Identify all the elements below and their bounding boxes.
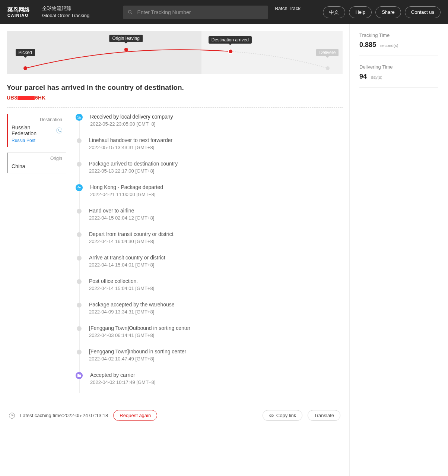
tracking-time-number: 0.885 bbox=[359, 41, 376, 48]
destination-tag: Destination bbox=[12, 117, 62, 122]
timeline-content: [Fenggang Town]Inbound in sorting center… bbox=[89, 349, 343, 362]
timeline-item: Hand over to airline2022-04-15 02:04:12 … bbox=[77, 208, 343, 231]
timeline-time: 2022-04-02 10:47:49 [GMT+8] bbox=[89, 356, 343, 362]
translate-button[interactable]: Translate bbox=[308, 410, 340, 421]
progress-curve bbox=[7, 31, 343, 74]
timeline-content: Package arrived to destination country20… bbox=[89, 161, 343, 174]
svg-point-3 bbox=[326, 66, 330, 70]
timeline-item: Package accepted by the warehouse2022-04… bbox=[77, 302, 343, 325]
plane-takeoff-icon bbox=[76, 184, 83, 191]
divider bbox=[7, 107, 343, 108]
timeline-title: Package arrived to destination country bbox=[89, 161, 343, 167]
clock-icon bbox=[9, 413, 15, 419]
subtitle-en: Global Order Tracking bbox=[42, 12, 89, 19]
timeline-item: Accepted by carrier2022-04-02 10:17:49 [… bbox=[77, 372, 343, 395]
timeline-content: [Fenggang Town]Outbound in sorting cente… bbox=[89, 325, 343, 338]
origin-country: China bbox=[12, 163, 62, 169]
timeline-dot-icon bbox=[77, 162, 82, 167]
header: 菜鸟网络 CAINIAO 全球物流跟踪 Global Order Trackin… bbox=[0, 0, 448, 24]
logo-divider bbox=[36, 6, 36, 18]
timeline-time: 2022-04-02 10:17:49 [GMT+8] bbox=[90, 379, 343, 385]
timeline-dot-icon bbox=[77, 350, 82, 354]
timeline-title: Accepted by carrier bbox=[90, 372, 343, 378]
request-again-button[interactable]: Request again bbox=[113, 410, 157, 421]
timeline: Received by local delivery company2022-0… bbox=[77, 114, 343, 395]
body-row: Destination Russian Federation Russia Po… bbox=[7, 114, 343, 395]
header-buttons: 中文 Help Share Contact us bbox=[323, 6, 441, 18]
timeline-title: [Fenggang Town]Inbound in sorting center bbox=[89, 349, 343, 354]
destination-country-text: Russian Federation bbox=[12, 124, 56, 136]
search-wrap: Batch Track bbox=[95, 6, 317, 19]
contact-button[interactable]: Contact us bbox=[405, 6, 441, 18]
timeline-item: Hong Kong - Package departed2022-04-21 1… bbox=[77, 184, 343, 208]
timeline-title: Package accepted by the warehouse bbox=[89, 302, 343, 308]
stage-delivered: Delivere bbox=[316, 49, 339, 56]
stage-destination-arrived: Destination arrived bbox=[209, 36, 252, 44]
origin-card: Origin China bbox=[7, 152, 66, 173]
phone-icon[interactable] bbox=[56, 127, 62, 133]
tracking-redacted bbox=[18, 96, 35, 100]
timeline-time: 2022-04-14 15:04:01 [GMT+8] bbox=[89, 262, 343, 268]
timeline-title: Arrive at transit country or district bbox=[89, 255, 343, 261]
timeline-content: Received by local delivery company2022-0… bbox=[90, 114, 343, 127]
logo[interactable]: 菜鸟网络 CAINIAO bbox=[7, 7, 30, 18]
tracking-time-unit: second(s) bbox=[380, 43, 398, 48]
timeline-dot-icon bbox=[77, 303, 82, 308]
destination-carrier-link[interactable]: Russia Post bbox=[12, 138, 62, 143]
timeline-content: Package accepted by the warehouse2022-04… bbox=[89, 302, 343, 315]
logo-cn: 菜鸟网络 bbox=[7, 7, 30, 13]
header-subtitle: 全球物流跟踪 Global Order Tracking bbox=[42, 5, 89, 19]
timeline-time: 2022-04-15 02:04:12 [GMT+8] bbox=[89, 215, 343, 221]
timeline-time: 2022-04-09 13:34:31 [GMT+8] bbox=[89, 309, 343, 315]
lang-button[interactable]: 中文 bbox=[323, 6, 345, 18]
timeline-item: Package arrived to destination country20… bbox=[77, 161, 343, 184]
cache-text: Latest caching time:2022-05-24 07:13:18 bbox=[20, 413, 108, 418]
delivering-time-number: 94 bbox=[359, 73, 367, 80]
timeline-title: Depart from transit country or district bbox=[89, 231, 343, 237]
tracking-suffix: 6HK bbox=[35, 95, 45, 101]
share-button[interactable]: Share bbox=[375, 6, 401, 18]
copy-link-label: Copy link bbox=[276, 413, 296, 418]
timeline-content: Post office collection.2022-04-14 15:04:… bbox=[89, 278, 343, 291]
progress-area: Picked Origin leaving Destination arrive… bbox=[7, 31, 343, 74]
status-heading: Your parcel has arrived in the country o… bbox=[7, 83, 343, 92]
timeline-item: Linehaul handover to next forwarder2022-… bbox=[77, 137, 343, 161]
timeline-content: Depart from transit country or district2… bbox=[89, 231, 343, 244]
timeline-item: Received by local delivery company2022-0… bbox=[77, 114, 343, 137]
copy-link-button[interactable]: Copy link bbox=[263, 410, 302, 421]
sidebar-right: Tracking Time 0.885 second(s) Delivering… bbox=[349, 24, 448, 476]
svg-point-2 bbox=[228, 49, 233, 54]
subtitle-cn: 全球物流跟踪 bbox=[42, 5, 89, 12]
search-icon bbox=[127, 9, 133, 15]
timeline-title: [Fenggang Town]Outbound in sorting cente… bbox=[89, 325, 343, 331]
tracking-time-label: Tracking Time bbox=[359, 32, 438, 38]
cards-column: Destination Russian Federation Russia Po… bbox=[7, 114, 66, 395]
timeline-item: Arrive at transit country or district202… bbox=[77, 255, 343, 278]
search-input[interactable] bbox=[137, 9, 264, 15]
batch-track-link[interactable]: Batch Track bbox=[275, 6, 301, 19]
timeline-item: Depart from transit country or district2… bbox=[77, 231, 343, 255]
timeline-title: Hand over to airline bbox=[89, 208, 343, 214]
origin-tag: Origin bbox=[12, 156, 62, 161]
main-column: Picked Origin leaving Destination arrive… bbox=[0, 24, 349, 476]
svg-point-1 bbox=[124, 48, 128, 51]
delivering-time-unit: day(s) bbox=[371, 75, 382, 79]
box-icon bbox=[76, 372, 83, 379]
timeline-content: Arrive at transit country or district202… bbox=[89, 255, 343, 268]
timeline-time: 2022-05-22 23:05:00 [GMT+8] bbox=[90, 121, 343, 127]
logo-block: 菜鸟网络 CAINIAO 全球物流跟踪 Global Order Trackin… bbox=[7, 5, 89, 19]
timeline-dot-icon bbox=[77, 326, 82, 331]
timeline-item: [Fenggang Town]Outbound in sorting cente… bbox=[77, 325, 343, 349]
timeline-item: Post office collection.2022-04-14 15:04:… bbox=[77, 278, 343, 302]
tracking-number: UB86HK bbox=[7, 95, 343, 101]
footer-bar: Latest caching time:2022-05-24 07:13:18 … bbox=[0, 403, 349, 428]
page-body: Picked Origin leaving Destination arrive… bbox=[0, 24, 448, 476]
timeline-time: 2022-05-13 22:17:00 [GMT+8] bbox=[89, 168, 343, 174]
destination-country: Russian Federation bbox=[12, 124, 62, 136]
timeline-time: 2022-04-14 15:04:01 [GMT+8] bbox=[89, 286, 343, 291]
help-button[interactable]: Help bbox=[349, 6, 372, 18]
origin-country-text: China bbox=[12, 163, 25, 169]
timeline-title: Post office collection. bbox=[89, 278, 343, 284]
search-box[interactable] bbox=[123, 6, 268, 19]
logo-en: CAINIAO bbox=[7, 13, 30, 18]
